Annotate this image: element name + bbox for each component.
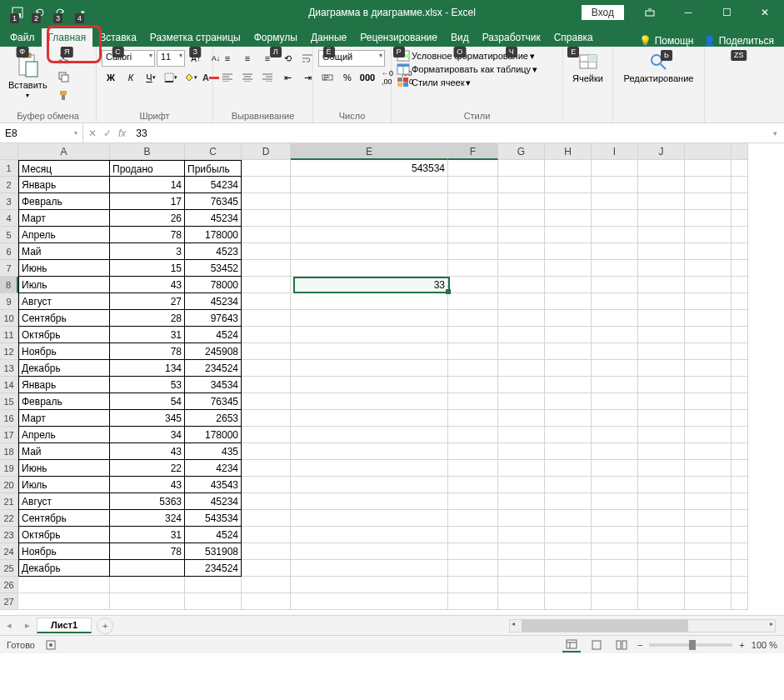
cell[interactable]	[291, 427, 448, 443]
cell[interactable]	[592, 227, 638, 243]
row-header[interactable]: 12	[0, 343, 18, 360]
cell[interactable]: 4524	[185, 327, 242, 343]
cell[interactable]	[448, 593, 498, 610]
cell[interactable]: 33	[291, 277, 448, 293]
cell[interactable]	[685, 560, 732, 577]
cell[interactable]	[448, 477, 498, 493]
sheet-nav-next[interactable]: ▸	[18, 620, 37, 631]
cell[interactable]	[242, 543, 291, 560]
cell[interactable]	[732, 460, 748, 477]
cell[interactable]	[291, 210, 448, 227]
cell[interactable]: Март	[18, 410, 110, 427]
cell[interactable]	[448, 577, 498, 593]
cell[interactable]	[291, 493, 448, 510]
cell[interactable]	[498, 510, 545, 527]
cell[interactable]	[592, 243, 638, 260]
font-name-combo[interactable]: Calibri	[102, 50, 155, 67]
cell[interactable]	[448, 510, 498, 527]
cell[interactable]	[18, 577, 110, 593]
cell[interactable]	[291, 443, 448, 460]
cell[interactable]	[732, 443, 748, 460]
cell[interactable]: 178000	[185, 227, 242, 243]
zoom-level[interactable]: 100 %	[752, 640, 777, 650]
cell[interactable]	[291, 193, 448, 210]
cell[interactable]	[185, 593, 242, 610]
cell[interactable]	[242, 210, 291, 227]
cell[interactable]	[592, 510, 638, 527]
cell[interactable]	[291, 527, 448, 543]
cell[interactable]: 34534	[185, 377, 242, 393]
row-header[interactable]: 10	[0, 310, 18, 327]
cell[interactable]	[448, 210, 498, 227]
row-header[interactable]: 27	[0, 593, 18, 610]
bold-button[interactable]: Ж	[102, 69, 120, 86]
cell[interactable]	[732, 193, 748, 210]
cell[interactable]	[242, 193, 291, 210]
cell[interactable]	[498, 560, 545, 577]
cell[interactable]	[685, 210, 732, 227]
cell[interactable]: Ноябрь	[18, 343, 110, 360]
align-center-button[interactable]	[238, 69, 257, 86]
align-middle-button[interactable]: ≡	[238, 50, 257, 67]
cell[interactable]	[732, 560, 748, 577]
cell[interactable]	[242, 377, 291, 393]
cell[interactable]	[592, 293, 638, 310]
cell[interactable]	[545, 260, 592, 277]
cell[interactable]: Октябрь	[18, 527, 110, 543]
cell[interactable]	[545, 577, 592, 593]
cell[interactable]: 134	[110, 360, 185, 377]
cell[interactable]	[242, 443, 291, 460]
qat-undo[interactable]: 2	[30, 3, 48, 22]
cell[interactable]	[448, 427, 498, 443]
cell[interactable]	[545, 360, 592, 377]
cell[interactable]	[448, 493, 498, 510]
cell[interactable]	[732, 327, 748, 343]
cell[interactable]	[291, 577, 448, 593]
cell[interactable]	[545, 177, 592, 193]
cell[interactable]: 245908	[185, 343, 242, 360]
cell[interactable]: 78	[110, 543, 185, 560]
cell[interactable]	[592, 160, 638, 177]
cell[interactable]	[242, 243, 291, 260]
cell[interactable]	[185, 577, 242, 593]
cell[interactable]	[291, 410, 448, 427]
horizontal-scrollbar[interactable]: ◂ ▸	[509, 619, 776, 632]
cell[interactable]	[242, 460, 291, 477]
column-header[interactable]: J	[638, 143, 685, 160]
cell[interactable]	[638, 443, 685, 460]
cell[interactable]	[685, 160, 732, 177]
cell[interactable]: 54	[110, 393, 185, 410]
cell[interactable]: 76345	[185, 193, 242, 210]
cell[interactable]	[498, 410, 545, 427]
tab-формулы[interactable]: ФормулыЛ	[247, 28, 304, 47]
cell[interactable]	[638, 260, 685, 277]
cell[interactable]	[732, 427, 748, 443]
row-header[interactable]: 2	[0, 177, 18, 193]
cell[interactable]	[498, 493, 545, 510]
cell[interactable]	[732, 377, 748, 393]
italic-button[interactable]: К	[122, 69, 140, 86]
tab-разработчик[interactable]: РазработчикЧ	[476, 28, 547, 47]
row-header[interactable]: 25	[0, 560, 18, 577]
cell[interactable]: 43	[110, 443, 185, 460]
cell[interactable]	[592, 577, 638, 593]
cell[interactable]	[732, 477, 748, 493]
cell[interactable]	[291, 393, 448, 410]
cell[interactable]: Прибыль	[185, 160, 242, 177]
tab-вставка[interactable]: ВставкаС	[92, 28, 143, 47]
cell[interactable]	[638, 510, 685, 527]
cell[interactable]	[545, 543, 592, 560]
cell[interactable]	[685, 527, 732, 543]
row-header[interactable]: 9	[0, 293, 18, 310]
cell[interactable]	[685, 243, 732, 260]
cell[interactable]	[448, 460, 498, 477]
cell[interactable]	[685, 260, 732, 277]
cell[interactable]	[685, 410, 732, 427]
cell[interactable]	[291, 477, 448, 493]
column-header[interactable]: I	[592, 143, 638, 160]
cell[interactable]	[448, 293, 498, 310]
cell[interactable]: 31	[110, 527, 185, 543]
cell[interactable]	[291, 543, 448, 560]
cell[interactable]	[498, 360, 545, 377]
cell[interactable]	[545, 193, 592, 210]
